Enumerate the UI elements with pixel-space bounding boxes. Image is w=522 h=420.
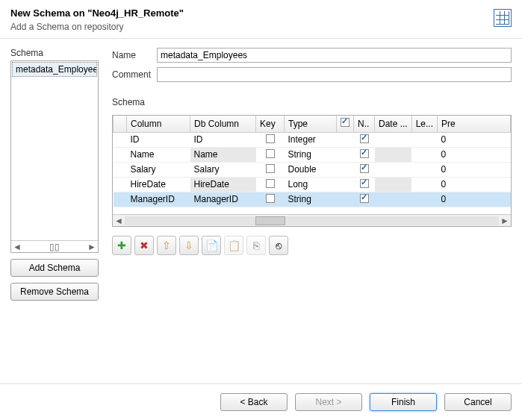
dialog-header: New Schema on "Neo4j_HR_Remote" Add a Sc…	[0, 0, 522, 39]
cell-type[interactable]: Long	[285, 177, 337, 192]
schema-table-label: Schema	[112, 97, 512, 107]
export-button[interactable]: ⎋	[269, 236, 288, 255]
col-header-date[interactable]: Date ...	[375, 116, 412, 132]
cell-length[interactable]	[411, 177, 437, 192]
cell-length[interactable]	[411, 132, 437, 147]
table-row[interactable]: IDIDInteger0	[114, 132, 511, 147]
cell-precision[interactable]: 0	[438, 162, 511, 177]
cell-date[interactable]	[375, 162, 412, 177]
cell-key[interactable]	[256, 177, 285, 192]
cell-type[interactable]: Double	[285, 162, 337, 177]
col-header-length[interactable]: Le...	[411, 116, 437, 132]
cell-nullable[interactable]	[354, 192, 375, 207]
cell-key[interactable]	[256, 162, 285, 177]
add-row-button[interactable]: ✚	[112, 236, 131, 255]
cell-column[interactable]: HireDate	[127, 177, 190, 192]
cell-type[interactable]: Integer	[285, 132, 337, 147]
comment-label: Comment	[112, 69, 157, 80]
table-icon	[494, 9, 512, 27]
cell-dbcolumn[interactable]: HireDate	[190, 177, 256, 192]
col-header-nullable-check[interactable]	[337, 116, 354, 132]
table-row[interactable]: HireDateHireDateLong0	[114, 177, 511, 192]
delete-row-button[interactable]: ✖	[134, 236, 154, 255]
cell-column[interactable]: ManagerID	[127, 192, 190, 207]
table-row[interactable]: ManagerIDManagerIDString0	[114, 192, 511, 207]
import-button: ⎘	[246, 236, 266, 255]
cell-precision[interactable]: 0	[438, 192, 511, 207]
cell-length[interactable]	[411, 162, 437, 177]
cell-date[interactable]	[375, 147, 412, 162]
move-up-button[interactable]: ⇧	[157, 236, 176, 255]
cell-date[interactable]	[375, 177, 412, 192]
cell-dbcolumn[interactable]: ManagerID	[190, 192, 256, 207]
cell-column[interactable]: Salary	[127, 162, 190, 177]
name-input[interactable]	[157, 48, 512, 63]
cell-length[interactable]	[411, 147, 437, 162]
horizontal-scrollbar[interactable]: ◄▯▯►	[11, 240, 98, 252]
cell-date[interactable]	[375, 132, 412, 147]
cancel-button[interactable]: Cancel	[444, 393, 512, 411]
cell-key[interactable]	[256, 192, 285, 207]
schema-list-item[interactable]: metadata_Employee	[12, 62, 97, 77]
col-header-key[interactable]: Key	[256, 116, 285, 132]
dialog-subtitle: Add a Schema on repository	[10, 22, 512, 32]
row-handle-header	[114, 116, 127, 132]
table-horizontal-scrollbar[interactable]: ◄►	[113, 214, 511, 226]
cell-key[interactable]	[256, 147, 285, 162]
cell-dbcolumn[interactable]: Salary	[190, 162, 256, 177]
col-header-precision[interactable]: Pre	[438, 116, 511, 132]
copy-button[interactable]: 📄	[202, 236, 221, 255]
table-row[interactable]: NameNameString0	[114, 147, 511, 162]
cell-date[interactable]	[375, 192, 412, 207]
col-header-type[interactable]: Type	[285, 116, 337, 132]
remove-schema-button[interactable]: Remove Schema	[10, 283, 99, 301]
schema-table: Column Db Column Key Type N.. Date ... L…	[112, 115, 512, 227]
cell-precision[interactable]: 0	[438, 132, 511, 147]
col-header-dbcolumn[interactable]: Db Column	[190, 116, 256, 132]
cell-type[interactable]: String	[285, 192, 337, 207]
add-schema-button[interactable]: Add Schema	[10, 259, 99, 277]
cell-dbcolumn[interactable]: Name	[190, 147, 256, 162]
cell-nullable[interactable]	[354, 177, 375, 192]
table-row[interactable]: SalarySalaryDouble0	[114, 162, 511, 177]
cell-nullable[interactable]	[354, 147, 375, 162]
cell-precision[interactable]: 0	[438, 177, 511, 192]
cell-dbcolumn[interactable]: ID	[190, 132, 256, 147]
paste-button: 📋	[224, 236, 243, 255]
schema-list-label: Schema	[10, 48, 99, 58]
col-header-nullable[interactable]: N..	[354, 116, 375, 132]
cell-length[interactable]	[411, 192, 437, 207]
back-button[interactable]: < Back	[220, 393, 288, 411]
cell-type[interactable]: String	[285, 147, 337, 162]
comment-input[interactable]	[157, 67, 512, 82]
schema-list[interactable]: metadata_Employee ◄▯▯►	[10, 60, 99, 253]
cell-nullable[interactable]	[354, 162, 375, 177]
next-button: Next >	[295, 393, 362, 411]
move-down-button[interactable]: ⇩	[179, 236, 199, 255]
cell-precision[interactable]: 0	[438, 147, 511, 162]
cell-nullable[interactable]	[354, 132, 375, 147]
dialog-title: New Schema on "Neo4j_HR_Remote"	[10, 7, 512, 19]
col-header-column[interactable]: Column	[127, 116, 190, 132]
cell-column[interactable]: Name	[127, 147, 190, 162]
cell-column[interactable]: ID	[127, 132, 190, 147]
dialog-footer: < Back Next > Finish Cancel	[0, 383, 522, 420]
name-label: Name	[112, 50, 157, 60]
cell-key[interactable]	[256, 132, 285, 147]
finish-button[interactable]: Finish	[370, 393, 437, 411]
